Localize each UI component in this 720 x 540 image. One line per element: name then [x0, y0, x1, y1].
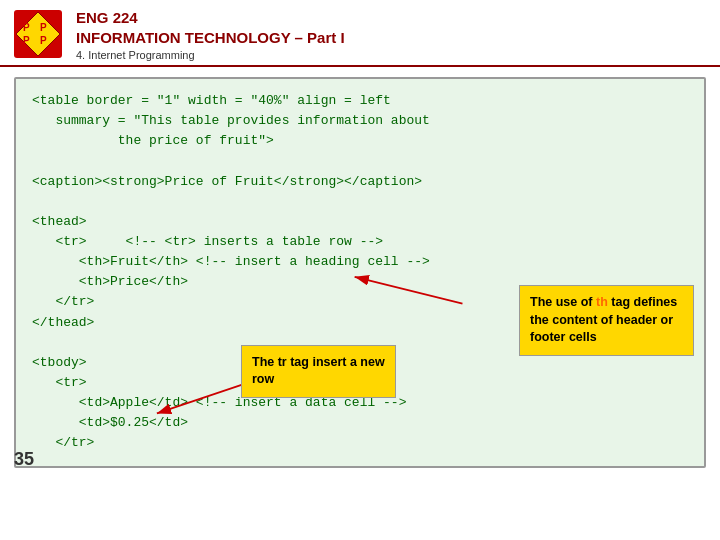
main-content: <table border = "1" width = "40%" align …	[0, 67, 720, 478]
th-highlight: th	[596, 295, 608, 309]
course-code: ENG 224	[76, 8, 345, 28]
tooltip-tr: The tr tag insert a new row	[241, 345, 396, 398]
section-label: 4. Internet Programming	[76, 49, 345, 61]
svg-text:P: P	[23, 22, 30, 33]
svg-text:P: P	[23, 35, 30, 46]
header-text: ENG 224 INFORMATION TECHNOLOGY – Part I …	[76, 8, 345, 61]
page-number: 35	[14, 449, 34, 470]
course-title: INFORMATION TECHNOLOGY – Part I	[76, 28, 345, 48]
logo-icon: P P P P	[12, 8, 64, 60]
code-text: <table border = "1" width = "40%" align …	[32, 91, 688, 454]
header: P P P P ENG 224 INFORMATION TECHNOLOGY –…	[0, 0, 720, 67]
svg-text:P: P	[40, 22, 47, 33]
svg-text:P: P	[40, 35, 47, 46]
code-block: <table border = "1" width = "40%" align …	[14, 77, 706, 468]
tooltip-th: The use of th tag defines the content of…	[519, 285, 694, 356]
